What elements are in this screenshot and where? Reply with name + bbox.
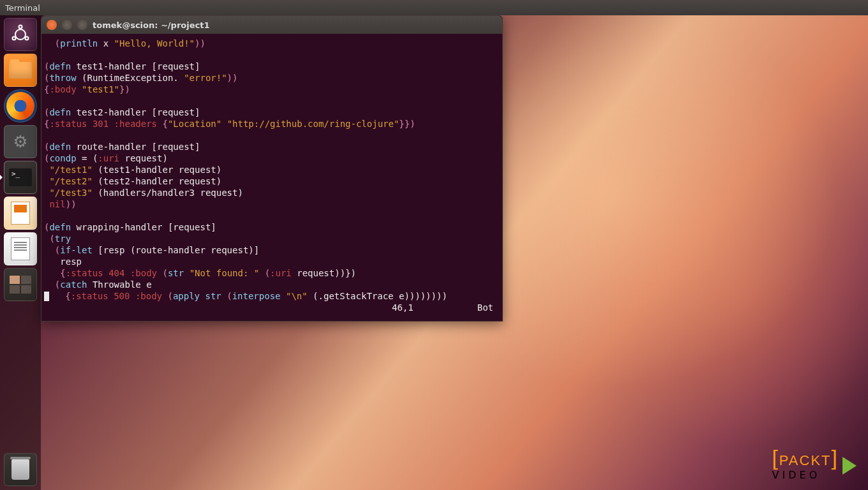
editor-cursor <box>44 292 49 301</box>
trash-icon <box>11 459 29 480</box>
impress-icon <box>11 202 30 225</box>
play-icon <box>842 457 857 475</box>
svg-point-1 <box>19 26 22 29</box>
window-titlebar[interactable]: tomek@scion: ~/project1 <box>41 16 502 34</box>
launcher-settings[interactable]: ⚙ <box>4 125 37 158</box>
scroll-indicator: Bot <box>477 302 493 313</box>
launcher-workspace[interactable] <box>4 268 37 301</box>
vim-statusline: 46,1Bot <box>44 302 497 313</box>
folder-icon <box>9 62 32 78</box>
document-icon <box>11 237 30 260</box>
launcher-dash[interactable] <box>4 18 37 51</box>
window-close-button[interactable] <box>47 20 57 30</box>
unity-launcher: ⚙ >_ <box>0 15 41 490</box>
terminal-editor[interactable]: (println x "Hello, World!")) (defn test1… <box>41 34 502 321</box>
terminal-icon: >_ <box>9 168 32 186</box>
launcher-impress[interactable] <box>4 197 37 230</box>
launcher-files[interactable] <box>4 54 37 87</box>
top-menubar: Terminal <box>0 0 868 15</box>
svg-point-3 <box>26 37 29 40</box>
watermark: [PACKT] V I D E O <box>772 450 857 481</box>
firefox-icon <box>6 92 34 120</box>
watermark-brand: [PACKT] <box>772 450 839 469</box>
terminal-window: tomek@scion: ~/project1 (println x "Hell… <box>41 15 503 322</box>
launcher-firefox[interactable] <box>4 89 37 122</box>
workspace-icon <box>10 276 31 293</box>
launcher-writer[interactable] <box>4 232 37 265</box>
gears-icon: ⚙ <box>13 132 27 151</box>
launcher-terminal[interactable]: >_ <box>4 161 37 194</box>
svg-point-2 <box>13 37 16 40</box>
watermark-subtitle: V I D E O <box>772 469 817 481</box>
window-minimize-button[interactable] <box>62 20 72 30</box>
window-maximize-button[interactable] <box>77 20 87 30</box>
launcher-trash[interactable] <box>4 453 37 486</box>
ubuntu-icon <box>9 23 32 46</box>
svg-point-0 <box>15 29 26 40</box>
menubar-app-title: Terminal <box>5 3 40 13</box>
window-title: tomek@scion: ~/project1 <box>93 20 210 30</box>
cursor-position: 46,1 <box>392 302 414 313</box>
